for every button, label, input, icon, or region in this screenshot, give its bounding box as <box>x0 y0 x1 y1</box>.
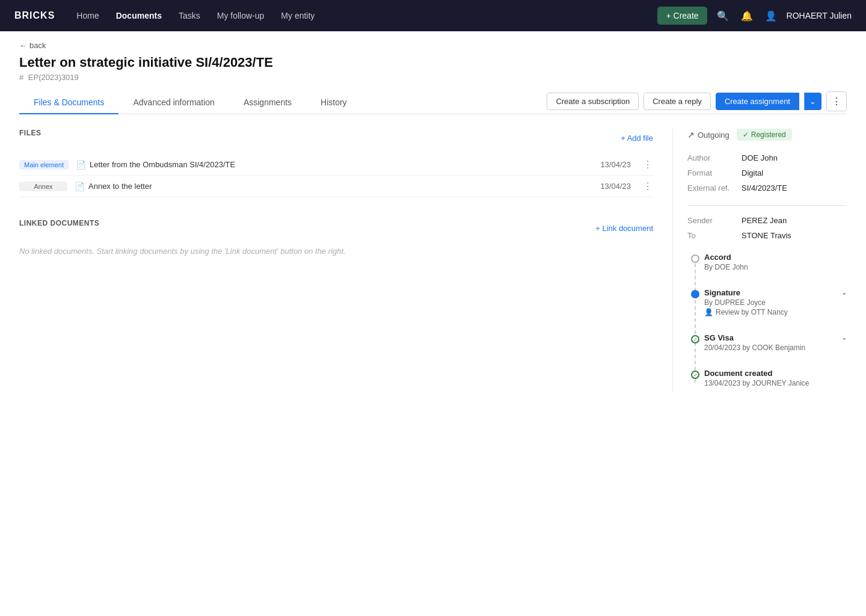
meta-value-author: DOE John <box>742 150 847 165</box>
tab-advanced-information[interactable]: Advanced information <box>118 91 229 114</box>
nav-links: Home Documents Tasks My follow-up My ent… <box>69 7 653 24</box>
sidebar-status-row: ↗ Outgoing ✓ Registered <box>687 129 847 141</box>
file-row: Main element 📄 Letter from the Ombudsman… <box>19 154 653 176</box>
timeline-dot-signature <box>691 290 699 298</box>
linked-section: LINKED DOCUMENTS + Link document No link… <box>19 219 653 256</box>
meta-label-external-ref: External ref. <box>687 180 742 196</box>
meta-label-to: To <box>687 228 742 243</box>
outgoing-tag: ↗ Outgoing <box>687 130 729 140</box>
file-date-2: 13/04/23 <box>600 182 631 191</box>
check-icon: ✓ <box>743 131 749 139</box>
page-container: ← back Letter on strategic initiative SI… <box>0 31 866 402</box>
add-file-link[interactable]: + Add file <box>621 134 653 143</box>
back-link[interactable]: ← back <box>19 41 847 50</box>
more-actions-button[interactable]: ⋮ <box>826 91 847 111</box>
user-name: ROHAERT Julien <box>787 11 852 20</box>
timeline-item-sgvisa: ✓ SG Visa ⌄ 20/04/2023 by COOK Benjamin <box>704 333 847 352</box>
file-doc-icon: 📄 <box>76 160 86 170</box>
timeline-title-doc-created: Document created <box>704 369 847 378</box>
meta-row-sender: Sender PEREZ Jean <box>687 213 847 228</box>
tab-assignments[interactable]: Assignments <box>229 91 306 114</box>
create-subscription-button[interactable]: Create a subscription <box>547 93 639 110</box>
nav-tasks[interactable]: Tasks <box>171 7 207 24</box>
topnav: BRICKS Home Documents Tasks My follow-up… <box>0 0 866 31</box>
topnav-right: + Create 🔍 🔔 👤 ROHAERT Julien <box>657 7 852 25</box>
file-name-text-1: Letter from the Ombudsman SI/4/2023/TE <box>90 160 235 169</box>
timeline-item-accord: Accord By DOE John <box>704 253 847 271</box>
timeline-item-doc-created: ✓ Document created 13/04/2023 by JOURNEY… <box>704 369 847 387</box>
meta-label-author: Author <box>687 150 742 165</box>
user-icon[interactable]: 👤 <box>763 8 779 24</box>
files-section: FILES + Add file Main element 📄 Letter f… <box>19 129 653 197</box>
main-layout: FILES + Add file Main element 📄 Letter f… <box>19 114 847 392</box>
meta-table-2: Sender PEREZ Jean To STONE Travis <box>687 213 847 243</box>
nav-documents[interactable]: Documents <box>109 7 169 24</box>
nav-my-entity[interactable]: My entity <box>274 7 322 24</box>
file-name-2[interactable]: 📄 Annex to the letter <box>75 182 593 191</box>
files-section-header: FILES + Add file <box>19 129 653 147</box>
signature-chevron[interactable]: ⌄ <box>841 289 847 297</box>
sidebar: ↗ Outgoing ✓ Registered Author DOE John … <box>672 129 847 392</box>
create-button[interactable]: + Create <box>657 7 707 25</box>
timeline-sub-sgvisa: 20/04/2023 by COOK Benjamin <box>704 343 847 352</box>
search-icon[interactable]: 🔍 <box>714 8 731 24</box>
create-assignment-button[interactable]: Create assignment <box>716 93 799 110</box>
sgvisa-chevron[interactable]: ⌄ <box>841 334 847 342</box>
meta-table-1: Author DOE John Format Digital External … <box>687 150 847 196</box>
timeline-sub-doc-created: 13/04/2023 by JOURNEY Janice <box>704 379 847 387</box>
timeline-title-signature: Signature ⌄ <box>704 288 847 297</box>
back-label: back <box>29 41 46 50</box>
timeline-line <box>695 257 696 383</box>
page-ref: # EP(2023)3019 <box>19 73 847 82</box>
timeline-item-signature: Signature ⌄ By DUPREE Joyce 👤 Review by … <box>704 288 847 316</box>
page-title: Letter on strategic initiative SI/4/2023… <box>19 55 847 70</box>
tabs-actions: Create a subscription Create a reply Cre… <box>547 91 847 114</box>
file-row: Annex 📄 Annex to the letter 13/04/23 ⋮ <box>19 176 653 197</box>
create-reply-button[interactable]: Create a reply <box>643 93 711 110</box>
registered-badge: ✓ Registered <box>737 129 792 141</box>
file-date-1: 13/04/23 <box>600 160 631 169</box>
timeline-dot-accord <box>691 254 699 263</box>
timeline-dot-doc-created: ✓ <box>691 371 699 379</box>
meta-row-author: Author DOE John <box>687 150 847 165</box>
create-assignment-dropdown[interactable]: ⌄ <box>804 93 821 110</box>
ref-value: EP(2023)3019 <box>28 73 79 82</box>
tab-files-documents[interactable]: Files & Documents <box>19 91 118 114</box>
sidebar-divider-1 <box>687 205 847 206</box>
tabs-bar: Files & Documents Advanced information A… <box>19 91 847 114</box>
timeline-sub-accord: By DOE John <box>704 263 847 271</box>
meta-row-to: To STONE Travis <box>687 228 847 243</box>
review-person-icon: 👤 <box>704 308 713 316</box>
outgoing-arrow-icon: ↗ <box>687 130 695 140</box>
meta-value-to: STONE Travis <box>742 228 847 243</box>
outgoing-label: Outgoing <box>698 131 729 140</box>
nav-home[interactable]: Home <box>69 7 106 24</box>
timeline-sub-signature: By DUPREE Joyce <box>704 298 847 307</box>
timeline-dot-sgvisa: ✓ <box>691 335 699 343</box>
tabs-left: Files & Documents Advanced information A… <box>19 91 547 114</box>
tab-history[interactable]: History <box>306 91 361 114</box>
timeline: Accord By DOE John Signature ⌄ By DUPREE… <box>687 253 847 387</box>
timeline-review-signature: 👤 Review by OTT Nancy <box>704 308 847 316</box>
notifications-icon[interactable]: 🔔 <box>739 8 755 24</box>
back-arrow-icon: ← <box>19 41 27 50</box>
ref-prefix: # <box>19 73 23 82</box>
timeline-title-accord: Accord <box>704 253 847 262</box>
timeline-title-sgvisa: SG Visa ⌄ <box>704 333 847 342</box>
file-doc-icon: 📄 <box>75 182 85 191</box>
linked-empty-message: No linked documents. Start linking docum… <box>19 247 653 256</box>
files-title: FILES <box>19 129 41 137</box>
registered-label: Registered <box>751 131 786 139</box>
meta-row-format: Format Digital <box>687 165 847 180</box>
file-more-1[interactable]: ⋮ <box>643 159 653 170</box>
nav-my-follow-up[interactable]: My follow-up <box>210 7 272 24</box>
link-document-link[interactable]: + Link document <box>595 224 653 233</box>
meta-value-sender: PEREZ Jean <box>742 213 847 228</box>
meta-row-external-ref: External ref. SI/4/2023/TE <box>687 180 847 196</box>
meta-label-format: Format <box>687 165 742 180</box>
file-more-2[interactable]: ⋮ <box>643 180 653 192</box>
file-badge-annex: Annex <box>19 182 67 191</box>
brand-logo: BRICKS <box>14 10 55 21</box>
file-name-1[interactable]: 📄 Letter from the Ombudsman SI/4/2023/TE <box>76 160 593 170</box>
file-badge-main: Main element <box>19 160 69 170</box>
